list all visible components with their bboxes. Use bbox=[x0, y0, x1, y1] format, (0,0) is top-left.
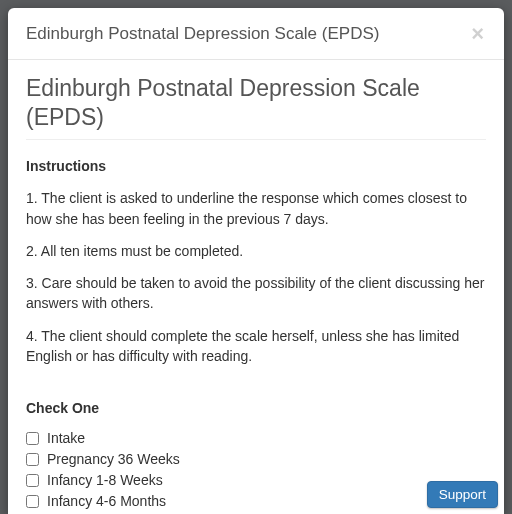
checkbox-infancy-1-8-weeks[interactable] bbox=[26, 474, 39, 487]
check-option-label: Intake bbox=[47, 430, 85, 446]
close-button[interactable]: × bbox=[469, 23, 486, 45]
check-option-infancy-4-6-months[interactable]: Infancy 4-6 Months bbox=[26, 493, 486, 509]
modal-title: Edinburgh Postnatal Depression Scale (EP… bbox=[26, 22, 379, 46]
support-button[interactable]: Support bbox=[427, 481, 498, 508]
check-option-label: Infancy 4-6 Months bbox=[47, 493, 166, 509]
check-option-label: Infancy 1-8 Weeks bbox=[47, 472, 163, 488]
check-option-pregnancy-36-weeks[interactable]: Pregnancy 36 Weeks bbox=[26, 451, 486, 467]
checkbox-pregnancy-36-weeks[interactable] bbox=[26, 453, 39, 466]
check-option-intake[interactable]: Intake bbox=[26, 430, 486, 446]
close-icon: × bbox=[471, 21, 484, 46]
page-title: Edinburgh Postnatal Depression Scale (EP… bbox=[26, 74, 486, 141]
instruction-item: 3. Care should be taken to avoid the pos… bbox=[26, 273, 486, 314]
check-option-infancy-1-8-weeks[interactable]: Infancy 1-8 Weeks bbox=[26, 472, 486, 488]
instructions-heading: Instructions bbox=[26, 158, 486, 174]
instruction-item: 1. The client is asked to underline the … bbox=[26, 188, 486, 229]
instruction-item: 4. The client should complete the scale … bbox=[26, 326, 486, 367]
instruction-item: 2. All ten items must be completed. bbox=[26, 241, 486, 261]
checkbox-infancy-4-6-months[interactable] bbox=[26, 495, 39, 508]
checkbox-intake[interactable] bbox=[26, 432, 39, 445]
check-option-label: Pregnancy 36 Weeks bbox=[47, 451, 180, 467]
check-one-section: Check One Intake Pregnancy 36 Weeks Infa… bbox=[26, 400, 486, 509]
modal-header: Edinburgh Postnatal Depression Scale (EP… bbox=[8, 8, 504, 60]
check-one-heading: Check One bbox=[26, 400, 486, 416]
modal-dialog: Edinburgh Postnatal Depression Scale (EP… bbox=[8, 8, 504, 514]
modal-body: Edinburgh Postnatal Depression Scale (EP… bbox=[8, 60, 504, 514]
